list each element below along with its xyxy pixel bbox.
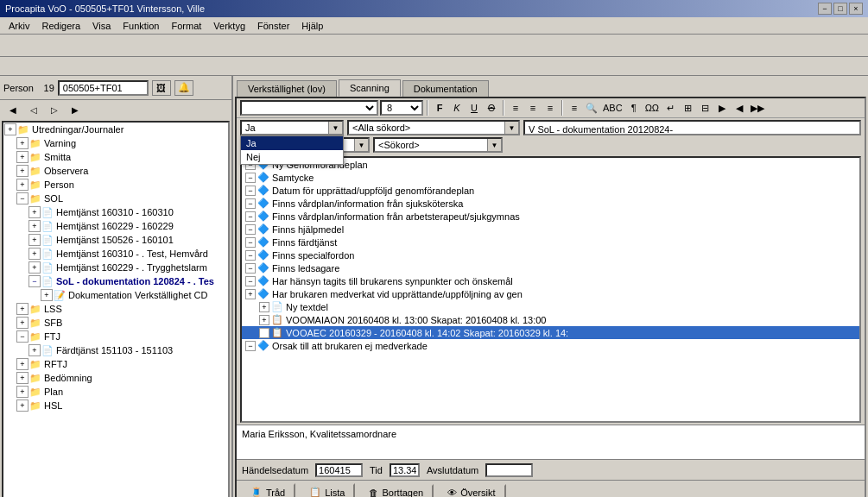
- menu-item-hjälp[interactable]: Hjälp: [296, 19, 328, 33]
- left-tree-item[interactable]: +📁RFTJ: [3, 357, 228, 371]
- left-tree-item[interactable]: +📁Smitta: [3, 150, 228, 164]
- tree-expander[interactable]: +: [29, 206, 41, 218]
- left-tree-item[interactable]: +📄Hemtjänst 150526 - 160101: [3, 233, 228, 247]
- doc-expander[interactable]: +: [259, 315, 269, 325]
- close-button[interactable]: ×: [849, 3, 863, 15]
- left-tree-item[interactable]: +📁HSL: [3, 399, 228, 412]
- tree-expander[interactable]: +: [16, 386, 29, 398]
- left-tree-item[interactable]: +📄Hemtjänst 160310 - 160310: [3, 205, 228, 219]
- sokord2-arrow[interactable]: ▼: [487, 139, 501, 151]
- doc-expander[interactable]: +: [259, 302, 269, 312]
- format-btn2[interactable]: ¶: [626, 100, 642, 116]
- spellcheck-button[interactable]: ABC: [601, 100, 624, 116]
- doc-tree-item[interactable]: −🔷Finns vårdplan/information från sjuksk…: [242, 197, 859, 210]
- trad-button[interactable]: 🧵 Tråd: [240, 483, 295, 497]
- size-select[interactable]: 8: [380, 100, 423, 116]
- format-btn5[interactable]: ⊞: [680, 100, 695, 116]
- left-tree[interactable]: +📁Utredningar/Journaler+📁Varning+📁Smitta…: [2, 121, 230, 497]
- tree-expander[interactable]: +: [16, 137, 29, 149]
- doc-tree-item[interactable]: −🔷Finns färdtjänst: [242, 236, 859, 248]
- doc-tree-item[interactable]: +📄Ny textdel: [242, 300, 859, 313]
- format-btn3[interactable]: ΩΩ: [643, 100, 661, 116]
- maximize-button[interactable]: □: [833, 3, 847, 15]
- tree-expander[interactable]: +: [16, 358, 29, 370]
- borttagen-button[interactable]: 🗑 Borttagen: [358, 484, 434, 498]
- document-tree[interactable]: −🔷Ny Genomförandeplan−🔷Samtycke−🔷Datum f…: [240, 156, 861, 423]
- strikethrough-button[interactable]: Θ: [484, 100, 499, 116]
- doc-tree-item[interactable]: +📋VOOAEC 20160329 - 20160408 kl. 14:02 S…: [242, 326, 859, 339]
- menu-item-funktion[interactable]: Funktion: [117, 19, 164, 33]
- format-btn8[interactable]: ◀: [732, 100, 747, 116]
- left-tree-item[interactable]: +📄Hemtjänst 160310 - . Test, Hemvård: [3, 247, 228, 261]
- left-tree-item[interactable]: +📁Utredningar/Journaler: [3, 123, 228, 136]
- tree-expander[interactable]: +: [29, 344, 41, 356]
- tree-expander[interactable]: +: [29, 261, 41, 274]
- doc-expander[interactable]: −: [245, 173, 256, 183]
- tab-scanning[interactable]: Scanning: [339, 79, 401, 97]
- tree-expander[interactable]: +: [29, 248, 41, 260]
- doc-tree-item[interactable]: −🔷Samtycke: [242, 171, 859, 184]
- yesno-arrow[interactable]: ▼: [328, 122, 342, 134]
- tid-input[interactable]: [390, 463, 420, 477]
- doc-expander[interactable]: −: [245, 186, 256, 196]
- minimize-button[interactable]: −: [818, 3, 832, 15]
- doc-tree-item[interactable]: −🔷Finns vårdplan/information från arbets…: [242, 210, 859, 223]
- doc-expander[interactable]: +: [259, 328, 269, 338]
- bold-button[interactable]: F: [432, 100, 447, 116]
- left-tree-item[interactable]: +📁Observera: [3, 164, 228, 178]
- left-tree-item[interactable]: +📁LSS: [3, 302, 228, 316]
- doc-expander[interactable]: −: [245, 276, 256, 286]
- left-tree-item[interactable]: +📁Plan: [3, 385, 228, 399]
- tree-expander[interactable]: −: [16, 330, 29, 343]
- doc-expander[interactable]: −: [245, 263, 256, 274]
- oversikt-button[interactable]: 👁 Översikt: [437, 484, 505, 498]
- left-tree-item[interactable]: +📁Varning: [3, 136, 228, 150]
- format-btn9[interactable]: ▶▶: [749, 100, 766, 116]
- tree-expander[interactable]: −: [16, 192, 29, 204]
- doc-tree-item[interactable]: −🔷Har hänsyn tagits till brukarens synpu…: [242, 274, 859, 287]
- tree-expander[interactable]: +: [16, 303, 29, 315]
- align-right-button[interactable]: ≡: [542, 100, 558, 116]
- tab-verkstallighet[interactable]: Verkställighet (lov): [237, 80, 337, 97]
- menu-item-visa[interactable]: Visa: [87, 19, 116, 33]
- doc-expander[interactable]: −: [245, 224, 256, 235]
- tree-expander[interactable]: +: [16, 179, 29, 191]
- doc-tree-item[interactable]: +📋VOOMAIAON 20160408 kl. 13:00 Skapat: 2…: [242, 313, 859, 326]
- handelsedatum-input[interactable]: [315, 463, 363, 477]
- tree-expander[interactable]: +: [4, 123, 16, 135]
- tree-expander[interactable]: +: [16, 165, 29, 177]
- left-tree-item[interactable]: +📄Färdtjänst 151103 - 151103: [3, 343, 228, 357]
- doc-tree-item[interactable]: −🔷Orsak till att brukaren ej medverkade: [242, 339, 859, 352]
- doc-tree-item[interactable]: −🔷Finns ledsagare: [242, 261, 859, 274]
- yesno-dropdown[interactable]: Ja ▼: [240, 120, 344, 135]
- doc-tree-item[interactable]: +🔷Har brukaren medverkat vid upprättande…: [242, 287, 859, 300]
- doc-expander[interactable]: −: [245, 341, 256, 351]
- underline-button[interactable]: U: [466, 100, 482, 116]
- yesno-option-nej[interactable]: Nej: [241, 150, 343, 164]
- left-tree-item[interactable]: +📁Bedömning: [3, 371, 228, 385]
- align-left-button[interactable]: ≡: [508, 100, 523, 116]
- doc-tree-item[interactable]: −🔷Finns specialfordon: [242, 248, 859, 261]
- doc-expander[interactable]: −: [245, 211, 256, 222]
- lista-button[interactable]: 📋 Lista: [299, 483, 355, 497]
- avslutdatum-input[interactable]: [485, 463, 533, 477]
- list-button[interactable]: ≡: [567, 100, 582, 116]
- yesno-option-ja[interactable]: Ja: [241, 136, 343, 150]
- format-btn6[interactable]: ⊟: [697, 100, 713, 116]
- menu-item-verktyg[interactable]: Verktyg: [208, 19, 250, 33]
- tree-expander[interactable]: +: [41, 289, 53, 301]
- left-tree-item[interactable]: +📁Person: [3, 178, 228, 192]
- format-btn7[interactable]: ▶: [714, 100, 730, 116]
- left-tree-item[interactable]: −📄SoL - dokumentation 120824 - . Tes: [3, 274, 228, 288]
- doc-expander[interactable]: −: [245, 198, 256, 209]
- nav-next-btn[interactable]: ▶: [66, 101, 85, 118]
- left-tree-item[interactable]: −📁FTJ: [3, 330, 228, 343]
- font-select[interactable]: [240, 100, 378, 116]
- tree-expander[interactable]: +: [29, 220, 41, 232]
- menu-item-fönster[interactable]: Fönster: [252, 19, 295, 33]
- menu-item-arkiv[interactable]: Arkiv: [3, 19, 35, 33]
- left-tree-item[interactable]: +📄Hemtjänst 160229 - 160229: [3, 219, 228, 233]
- sokord-dropdown[interactable]: <Alla sökord> ▼: [347, 120, 520, 135]
- doc-expander[interactable]: +: [245, 289, 256, 299]
- tree-expander[interactable]: +: [16, 151, 29, 163]
